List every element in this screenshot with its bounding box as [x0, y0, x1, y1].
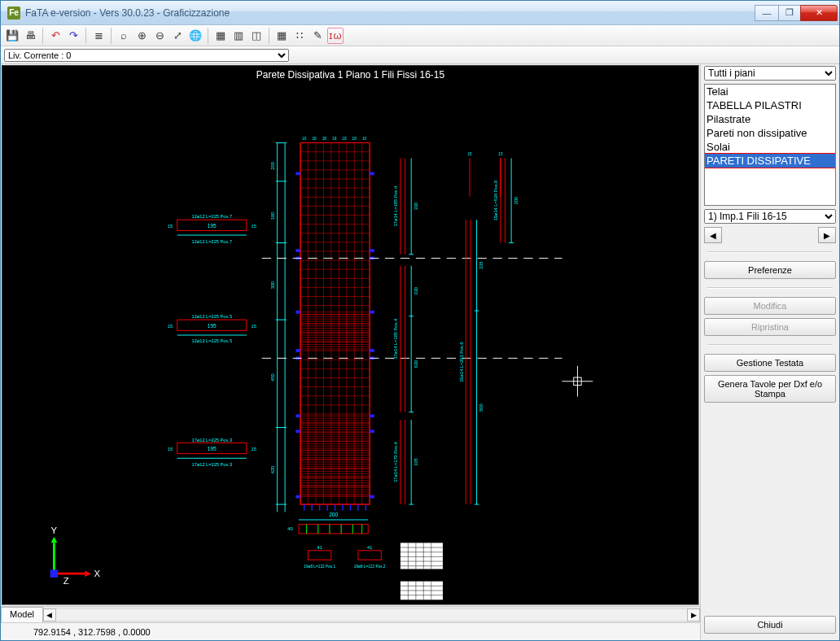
- svg-text:18: 18: [312, 137, 317, 141]
- svg-rect-159: [295, 349, 300, 352]
- measure-icon[interactable]: ✎: [309, 28, 326, 44]
- zoom-in-icon[interactable]: ⊕: [133, 28, 150, 44]
- scroll-right-icon[interactable]: ▶: [687, 608, 700, 621]
- redo-icon[interactable]: ↷: [65, 28, 81, 44]
- preferenze-button[interactable]: Preferenze: [704, 261, 836, 279]
- svg-rect-163: [295, 414, 300, 417]
- list-item[interactable]: Solai: [705, 140, 835, 154]
- svg-text:15: 15: [467, 152, 472, 156]
- svg-text:17ø14 L=185 Pos.4: 17ø14 L=185 Pos.4: [393, 186, 398, 227]
- svg-rect-168: [370, 495, 374, 499]
- app-icon: Fe: [7, 7, 20, 20]
- svg-text:17ø12 L=225 Pos.3: 17ø12 L=225 Pos.3: [192, 438, 233, 443]
- svg-rect-4: [50, 569, 58, 577]
- svg-text:15: 15: [252, 224, 256, 229]
- view-iso-icon[interactable]: ◫: [248, 28, 265, 44]
- content-area: Parete Dissipativa 1 Piano 1 Fili Fissi …: [1, 64, 839, 640]
- zoom-extents-icon[interactable]: ⤢: [169, 28, 186, 44]
- svg-rect-166: [370, 430, 374, 433]
- svg-text:15: 15: [168, 447, 173, 451]
- svg-text:180: 180: [270, 212, 275, 220]
- list-item[interactable]: Telai: [705, 85, 835, 98]
- svg-text:19ø14 L=263 Pos.6: 19ø14 L=263 Pos.6: [459, 342, 464, 382]
- svg-text:235: 235: [479, 261, 483, 268]
- list-item[interactable]: Pareti non dissipative: [705, 126, 835, 140]
- print-icon[interactable]: 🖶: [22, 28, 38, 44]
- app-window: Fe FaTA e-version - Vers 30.0.23 - Grafi…: [0, 0, 840, 641]
- plan-select[interactable]: Tutti i piani: [704, 66, 836, 81]
- svg-rect-167: [295, 495, 300, 499]
- svg-text:12ø12 L=225 Pos.5: 12ø12 L=225 Pos.5: [192, 314, 233, 319]
- model-tabbar: Model ◀ ▶: [1, 606, 700, 622]
- canvas-title: Parete Dissipativa 1 Piano 1 Fili Fissi …: [2, 69, 698, 81]
- svg-marker-1: [85, 570, 91, 577]
- svg-text:105: 105: [413, 458, 418, 465]
- drawing-svg: X Y Z 12ø12 L=225 Pos.719512ø12 L=225 Po…: [2, 66, 698, 604]
- svg-text:15: 15: [168, 324, 173, 329]
- level-bar: Liv. Corrente : 0: [1, 46, 839, 64]
- svg-marker-3: [51, 537, 58, 543]
- svg-text:630: 630: [413, 360, 418, 368]
- genera-tavole-button[interactable]: Genera Tavole per Dxf e/o Stampa: [704, 375, 836, 403]
- svg-text:10: 10: [362, 137, 367, 141]
- svg-text:12ø12 L=225 Pos.7: 12ø12 L=225 Pos.7: [192, 239, 233, 244]
- svg-text:195: 195: [208, 223, 217, 229]
- svg-text:19ø8 L=122 Pos.1: 19ø8 L=122 Pos.1: [304, 565, 335, 569]
- tab-model[interactable]: Model: [1, 607, 43, 622]
- close-button[interactable]: ✕: [800, 5, 838, 21]
- svg-text:41: 41: [317, 545, 322, 550]
- svg-rect-164: [370, 414, 374, 417]
- svg-text:500: 500: [479, 403, 483, 411]
- svg-text:17ø14 L=170 Pos.4: 17ø14 L=170 Pos.4: [393, 442, 398, 482]
- modifica-button[interactable]: Modifica: [704, 297, 836, 315]
- drawing-canvas[interactable]: Parete Dissipativa 1 Piano 1 Fili Fissi …: [2, 65, 699, 605]
- svg-rect-153: [295, 249, 300, 252]
- view-side-icon[interactable]: ▥: [230, 28, 247, 44]
- category-list[interactable]: TelaiTABELLA PILASTRIPilastratePareti no…: [704, 84, 836, 206]
- grid-small-icon[interactable]: ∷: [291, 28, 308, 44]
- title: Fe FaTA e-version - Vers 30.0.23 - Grafi…: [7, 7, 755, 20]
- svg-text:450: 450: [270, 373, 275, 381]
- right-panel: Tutti i piani TelaiTABELLA PILASTRIPilas…: [701, 64, 839, 640]
- svg-text:17ø14 L=185 Pos.4: 17ø14 L=185 Pos.4: [393, 319, 398, 360]
- svg-text:330: 330: [413, 203, 418, 210]
- svg-text:18: 18: [322, 137, 327, 141]
- minimize-button[interactable]: —: [755, 5, 779, 21]
- grid-big-icon[interactable]: ▦: [273, 28, 290, 44]
- globe-icon[interactable]: 🌐: [187, 28, 203, 44]
- save-icon[interactable]: 💾: [4, 28, 20, 44]
- hscrollbar[interactable]: ◀ ▶: [43, 607, 700, 622]
- svg-text:X: X: [94, 569, 101, 578]
- svg-text:12ø12 L=225 Pos.5: 12ø12 L=225 Pos.5: [192, 338, 233, 343]
- titlebar: Fe FaTA e-version - Vers 30.0.23 - Grafi…: [1, 1, 839, 25]
- chiudi-button[interactable]: Chiudi: [704, 616, 836, 634]
- svg-rect-160: [370, 349, 374, 352]
- svg-text:200: 200: [270, 162, 275, 169]
- restore-button[interactable]: ❐: [778, 5, 801, 21]
- next-button[interactable]: ▶: [818, 227, 836, 243]
- prev-button[interactable]: ◀: [704, 227, 722, 243]
- window-buttons: — ❐ ✕: [755, 5, 838, 21]
- undo-icon[interactable]: ↶: [47, 28, 63, 44]
- svg-text:420: 420: [270, 466, 275, 473]
- svg-rect-223: [299, 525, 368, 534]
- zoom-area-icon[interactable]: ⌕: [116, 28, 132, 44]
- scroll-left-icon[interactable]: ◀: [43, 608, 56, 621]
- zoom-out-icon[interactable]: ⊖: [151, 28, 168, 44]
- svg-text:195: 195: [208, 446, 217, 451]
- impalcato-select[interactable]: 1) Imp.1 Fili 16-15: [704, 209, 836, 224]
- list-item[interactable]: PARETI DISSIPATIVE: [705, 154, 835, 168]
- level-select[interactable]: Liv. Corrente : 0: [4, 49, 289, 62]
- svg-text:195: 195: [208, 323, 217, 329]
- ripristina-button[interactable]: Ripristina: [704, 318, 836, 336]
- svg-text:12ø12 L=225 Pos.7: 12ø12 L=225 Pos.7: [192, 214, 233, 219]
- svg-rect-231: [308, 551, 330, 560]
- list-item[interactable]: TABELLA PILASTRI: [705, 98, 835, 112]
- mode-icon[interactable]: ɪω: [327, 28, 343, 44]
- layers-icon[interactable]: ≣: [90, 28, 107, 44]
- svg-text:19: 19: [332, 137, 337, 141]
- list-item[interactable]: Pilastrate: [705, 112, 835, 126]
- gestione-testata-button[interactable]: Gestione Testata: [704, 354, 836, 372]
- svg-text:330: 330: [413, 287, 418, 294]
- view-front-icon[interactable]: ▦: [212, 28, 229, 44]
